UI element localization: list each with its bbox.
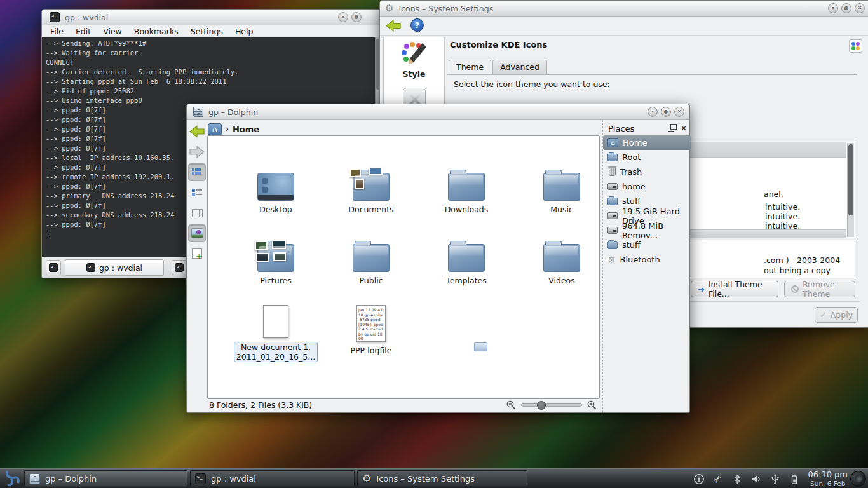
maximize-button[interactable]: ● [661, 107, 671, 117]
settings-titlebar[interactable]: ⚙ Icons – System Settings ▾ ● ✕ [380, 1, 868, 17]
remove-theme-button[interactable]: Remove Theme [784, 281, 855, 297]
preview-icon [191, 228, 203, 238]
columns-view-button[interactable] [188, 204, 206, 222]
menu-settings[interactable]: Settings [191, 27, 223, 36]
split-add-icon [192, 248, 202, 259]
folder-item-public[interactable]: Public [323, 244, 419, 285]
places-item-trash[interactable]: Trash [603, 165, 691, 179]
menu-view[interactable]: View [103, 27, 122, 36]
folder-label: Templates [419, 276, 514, 285]
maximize-button[interactable]: ● [351, 12, 362, 22]
notifications-icon[interactable] [693, 473, 705, 485]
minimize-button[interactable]: ▾ [828, 3, 838, 13]
home-icon[interactable]: ⌂ [208, 123, 222, 135]
close-panel-icon[interactable]: ✕ [681, 124, 687, 133]
folder-item-music[interactable]: Music [514, 173, 609, 214]
tab-list-button[interactable] [172, 260, 187, 275]
zoom-slider-handle[interactable] [537, 401, 546, 410]
forward-button[interactable] [188, 143, 206, 161]
task-konsole[interactable]: gp : wvdial [190, 470, 355, 487]
trash-icon [609, 168, 616, 176]
places-item-root[interactable]: Root [603, 150, 691, 165]
zoom-out-icon[interactable] [506, 400, 516, 410]
bluetooth-icon[interactable] [731, 473, 743, 485]
desktop-folder-icon [257, 173, 294, 201]
terminal-icon [175, 263, 184, 272]
folder-item-pictures[interactable]: Pictures [228, 244, 323, 285]
folder-item-documents[interactable]: Documents [323, 173, 419, 214]
list-scrollbar[interactable] [847, 143, 854, 237]
app-launcher-button[interactable] [1, 469, 23, 488]
task-systemsettings[interactable]: ⚙ Icons – System Settings [357, 470, 527, 487]
dolphin-window-icon [193, 107, 203, 117]
menu-file[interactable]: File [50, 27, 64, 36]
klipper-scissors-icon[interactable]: ✂ [712, 473, 724, 485]
desktop: gp : wvdial ▾ ● File Edit View Bookmarks… [0, 0, 868, 488]
close-button[interactable]: ✕ [855, 3, 865, 13]
breadcrumb-current[interactable]: Home [233, 125, 259, 134]
tab-theme[interactable]: Theme [449, 60, 491, 74]
back-button[interactable] [385, 19, 402, 32]
minimize-button[interactable]: ▾ [338, 12, 348, 22]
places-item-bluetooth[interactable]: ⚙Bluetooth [603, 252, 691, 267]
places-item-home-partition[interactable]: home [603, 179, 691, 194]
new-tab-button[interactable] [46, 260, 61, 275]
back-button[interactable] [188, 123, 206, 140]
zoom-slider[interactable] [521, 403, 582, 407]
apply-label: Apply [831, 310, 853, 320]
folder-item-downloads[interactable]: Downloads [419, 173, 514, 214]
clock[interactable]: 06:10 pm Sun, 6 Feb [808, 470, 848, 488]
konsole-tab-active[interactable]: gp : wvdial [65, 259, 164, 276]
preview-button[interactable] [188, 224, 206, 242]
terminal-line: --> Waiting for carrier. [46, 48, 374, 58]
places-item-removable[interactable]: 964.8 MiB Remov... [603, 223, 691, 238]
task-label: gp : wvdial [211, 474, 256, 484]
konsole-window-icon [50, 12, 60, 22]
dolphin-titlebar[interactable]: gp – Dolphin ▾ ● ✕ [187, 104, 689, 120]
description-fragment: out being a copy [764, 266, 831, 275]
folder-item-desktop[interactable]: Desktop [228, 173, 323, 214]
help-button[interactable]: ? [410, 18, 424, 32]
file-label: PPP-logfile [323, 346, 419, 355]
dolphin-side-toolbar [187, 120, 207, 412]
close-button[interactable]: ✕ [674, 107, 684, 117]
usb-device-notifier-icon[interactable] [769, 473, 782, 485]
tab-advanced[interactable]: Advanced [492, 60, 547, 74]
settings-page-title: Customize KDE Icons [450, 40, 547, 50]
folder-item-templates[interactable]: Templates [419, 244, 514, 285]
menu-edit[interactable]: Edit [76, 27, 91, 36]
icons-view-button[interactable] [188, 163, 206, 181]
settings-tabs: Theme Advanced [449, 60, 548, 74]
battery-icon[interactable] [788, 473, 801, 485]
menu-help[interactable]: Help [235, 27, 254, 36]
folder-icon [543, 244, 580, 272]
folder-icon [448, 244, 485, 272]
file-item-logfile[interactable]: Jan 17 09:47:18 gp-Aspire-5738 pppd[1946… [323, 305, 419, 355]
volume-icon[interactable] [750, 473, 763, 485]
split-view-button[interactable] [188, 245, 206, 262]
detach-panel-icon[interactable] [668, 126, 674, 132]
minimize-button[interactable]: ▾ [648, 107, 658, 117]
konsole-tab-label: gp : wvdial [99, 263, 142, 273]
folder-item-videos[interactable]: Videos [514, 244, 609, 285]
panel-toolbox-cashew[interactable] [850, 471, 866, 487]
forward-arrow-icon [189, 145, 205, 159]
konsole-titlebar[interactable]: gp : wvdial ▾ ● [42, 10, 381, 25]
system-tray: ✂ [693, 469, 801, 488]
blank-file-icon [263, 305, 288, 338]
folder-label: Music [514, 205, 609, 214]
details-view-button[interactable] [188, 184, 206, 201]
icons-module-icon [849, 39, 862, 53]
zoom-in-icon[interactable] [587, 400, 597, 410]
maximize-button[interactable]: ● [841, 3, 851, 13]
menu-bookmarks[interactable]: Bookmarks [134, 27, 179, 36]
gear-icon: ⚙ [362, 473, 371, 484]
file-item-newdoc-selected[interactable]: New document 1.2011_01_20_16_5... [228, 305, 323, 362]
task-dolphin[interactable]: gp – Dolphin [24, 470, 187, 487]
apply-button[interactable]: ✓ Apply [815, 307, 858, 323]
install-theme-button[interactable]: ➜ Install Theme File... [691, 281, 778, 297]
sidebar-item-style[interactable]: Style [384, 37, 444, 79]
terminal-line: CONNECT [46, 58, 374, 67]
file-view[interactable]: Desktop Documents Downloads Music [207, 135, 600, 399]
places-item-home[interactable]: ⌂Home [603, 135, 691, 150]
